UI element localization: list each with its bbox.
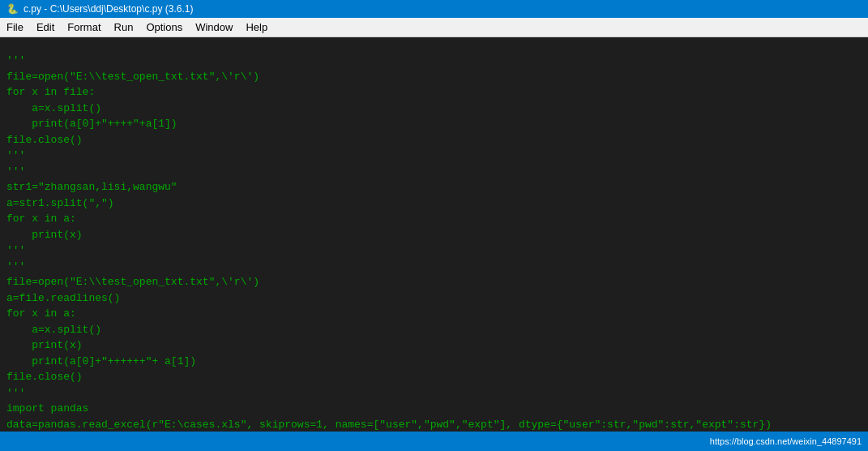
code-line: ''' [6, 164, 862, 180]
code-line: ''' [6, 385, 862, 402]
code-line: ''' [6, 243, 862, 259]
menu-item-options[interactable]: Options [139, 19, 189, 36]
code-line: for x in a: [6, 211, 862, 227]
code-area[interactable]: '''file=open("E:\\test_open_txt.txt",\'r… [0, 37, 868, 432]
code-line: file=open("E:\\test_open_txt.txt",\'r\') [6, 69, 862, 85]
menu-item-run[interactable]: Run [108, 19, 140, 36]
status-url: https://blog.csdn.net/weixin_44897491 [710, 436, 862, 446]
code-line: a=str1.split(",") [6, 195, 862, 212]
code-line: print(a[0]+"++++++"+ a[1]) [6, 354, 862, 370]
menu-item-format[interactable]: Format [61, 19, 107, 36]
code-line: import pandas [6, 401, 862, 417]
code-line: file.close() [6, 369, 862, 385]
title-text: c.py - C:\Users\ddj\Desktop\c.py (3.6.1) [24, 3, 193, 15]
code-line: ''' [6, 53, 862, 69]
status-bar: https://blog.csdn.net/weixin_44897491 [0, 432, 868, 451]
menu-bar: FileEditFormatRunOptionsWindowHelp [0, 18, 868, 37]
menu-item-window[interactable]: Window [189, 19, 239, 36]
code-line: data=pandas.read_excel(r"E:\cases.xls", … [6, 417, 862, 432]
code-line: a=file.readlines() [6, 290, 862, 307]
code-line: file=open("E:\\test_open_txt.txt",\'r\') [6, 274, 862, 290]
code-line: file.close() [6, 132, 862, 148]
code-line: a=x.split() [6, 101, 862, 117]
code-line: print(a[0]+"++++"+a[1]) [6, 116, 862, 132]
menu-item-edit[interactable]: Edit [30, 19, 61, 36]
code-line: print(x) [6, 227, 862, 243]
code-line: for x in file: [6, 84, 862, 101]
code-line: print(x) [6, 337, 862, 354]
menu-item-file[interactable]: File [0, 19, 30, 36]
code-line: str1="zhangsan,lisi,wangwu" [6, 179, 862, 195]
app-icon: 🐍 [6, 3, 19, 15]
code-line: ''' [6, 259, 862, 275]
code-line: for x in a: [6, 306, 862, 322]
menu-item-help[interactable]: Help [239, 19, 274, 36]
title-bar: 🐍 c.py - C:\Users\ddj\Desktop\c.py (3.6.… [0, 0, 868, 18]
code-line: a=x.split() [6, 322, 862, 338]
code-line: ''' [6, 148, 862, 164]
